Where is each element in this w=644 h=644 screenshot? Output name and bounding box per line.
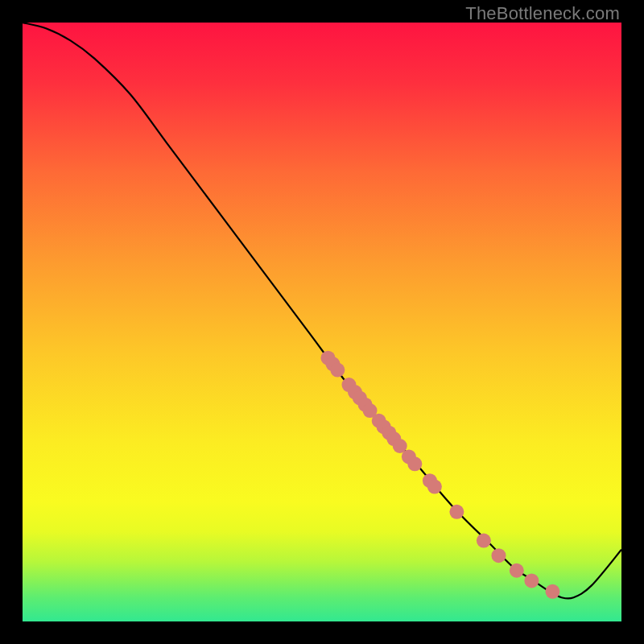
data-point [510, 564, 524, 578]
data-point [330, 363, 345, 378]
data-point [491, 548, 506, 563]
data-point [427, 480, 442, 494]
watermark-text: TheBottleneck.com [465, 3, 620, 24]
data-point [477, 534, 491, 548]
data-points [320, 351, 559, 599]
chart-frame: TheBottleneck.com [0, 0, 644, 644]
chart-svg [23, 23, 621, 621]
data-point [545, 584, 559, 599]
data-point [449, 505, 464, 519]
curve-line [23, 23, 621, 599]
data-point [524, 573, 539, 588]
data-point [407, 456, 422, 471]
plot-area [23, 23, 621, 621]
